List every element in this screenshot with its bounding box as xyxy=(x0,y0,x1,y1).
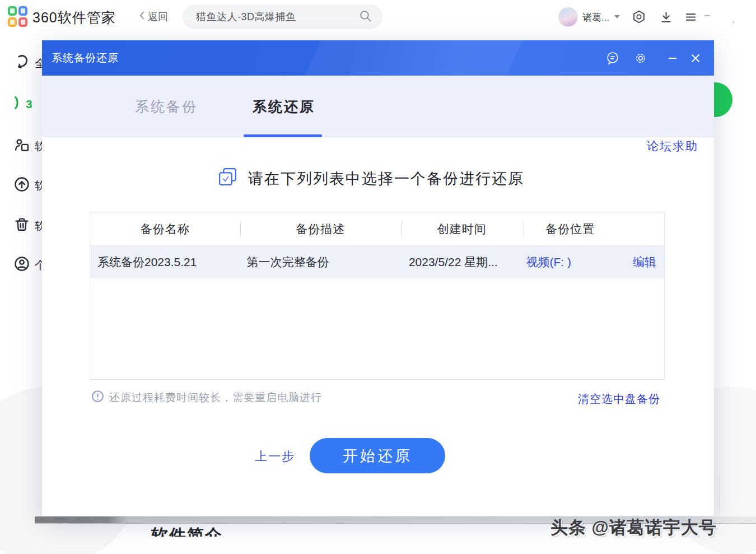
info-icon xyxy=(91,390,104,405)
back-chevron-icon xyxy=(139,11,145,23)
minimize-icon[interactable] xyxy=(665,50,680,66)
menu-icon[interactable] xyxy=(683,9,698,25)
sidebar-item-label: 3 xyxy=(26,97,37,111)
edit-link[interactable]: 编辑 xyxy=(618,254,664,270)
scroll-divider-line xyxy=(720,475,720,515)
backup-table: 备份名称 备份描述 创建时间 备份位置 系统备份2023.5.21 第一次完整备… xyxy=(90,212,665,380)
clear-selected-disk-link[interactable]: 清空选中盘备份 xyxy=(578,392,660,407)
download-icon[interactable] xyxy=(658,9,674,25)
dialog-tabstrip: 系统备份 系统还原 论坛求助 xyxy=(42,76,714,137)
watermark: 头条 @诸葛诺宇大号 xyxy=(550,516,717,539)
header-divider xyxy=(402,221,402,237)
hexagon-protect-icon[interactable] xyxy=(631,9,647,25)
swoosh-arrow-icon xyxy=(13,54,30,73)
cell-backup-name: 系统备份2023.5.21 xyxy=(90,254,240,270)
gear-icon[interactable] xyxy=(633,50,648,66)
user-name[interactable]: 诸葛... xyxy=(582,11,609,24)
search-value: 猎鱼达人-3D高爆捕鱼 xyxy=(196,10,358,24)
cell-created-time: 2023/5/22 星期... xyxy=(401,254,523,270)
search-icon[interactable] xyxy=(358,9,372,25)
faint-dot xyxy=(732,21,734,23)
notice-text: 还原过程耗费时间较长，需要重启电脑进行 xyxy=(109,390,322,405)
search-input[interactable]: 猎鱼达人-3D高爆捕鱼 xyxy=(183,4,382,29)
prompt-text: 请在下列列表中选择一个备份进行还原 xyxy=(248,169,524,189)
app-logo-icon xyxy=(8,6,29,27)
chevron-down-icon[interactable] xyxy=(614,15,620,18)
backup-restore-dialog: 系统备份还原 系统备份 系统还原 论坛求助 xyxy=(42,40,714,516)
header-divider xyxy=(524,221,524,237)
back-label: 返回 xyxy=(148,10,168,24)
dialog-title: 系统备份还原 xyxy=(52,40,119,76)
cell-backup-location: 视频(F: ) xyxy=(522,254,618,270)
start-restore-button[interactable]: 开始还原 xyxy=(310,438,445,473)
faint-dash xyxy=(704,15,710,16)
col-header-location: 备份位置 xyxy=(523,221,618,237)
previous-step-link[interactable]: 上一步 xyxy=(255,448,295,465)
header-divider xyxy=(240,221,241,237)
person-card-icon xyxy=(13,137,30,156)
back-button[interactable]: 返回 xyxy=(139,10,168,24)
screen: 360软件管家 返回 猎鱼达人-3D高爆捕鱼 诸葛... xyxy=(0,0,756,554)
app-title: 360软件管家 xyxy=(32,8,116,27)
section-title-clip: 软件简介 xyxy=(151,524,223,537)
sidebar-item-1[interactable]: 全 xyxy=(13,54,46,73)
section-title: 软件简介 xyxy=(151,526,223,537)
backup-check-icon xyxy=(217,167,238,190)
col-header-name: 备份名称 xyxy=(90,221,240,237)
feedback-icon[interactable] xyxy=(605,50,620,66)
trash-icon xyxy=(13,216,30,235)
sidebar-item-4[interactable]: 软 xyxy=(13,176,46,195)
tab-system-backup[interactable]: 系统备份 xyxy=(135,76,198,137)
sidebar-item-6[interactable]: 个 xyxy=(13,255,46,274)
col-header-description: 备份描述 xyxy=(240,221,400,237)
table-header-row: 备份名称 备份描述 创建时间 备份位置 xyxy=(90,212,664,246)
close-icon[interactable] xyxy=(688,50,703,66)
upload-circle-icon xyxy=(13,176,30,195)
sidebar-item-2[interactable]: 3 xyxy=(13,95,37,113)
restore-notice: 还原过程耗费时间较长，需要重启电脑进行 xyxy=(91,390,322,405)
tab-system-restore[interactable]: 系统还原 xyxy=(253,76,315,137)
avatar[interactable] xyxy=(558,7,578,27)
sidebar-item-5[interactable]: 软 xyxy=(13,216,46,235)
app-topbar: 360软件管家 返回 猎鱼达人-3D高爆捕鱼 诸葛... xyxy=(0,0,756,34)
user-circle-icon xyxy=(13,255,30,274)
col-header-created: 创建时间 xyxy=(401,221,523,237)
active-tab-underline xyxy=(244,134,322,137)
cell-backup-description: 第一次完整备份 xyxy=(240,254,400,270)
forum-help-link[interactable]: 论坛求助 xyxy=(647,138,698,154)
table-row[interactable]: 系统备份2023.5.21 第一次完整备份 2023/5/22 星期... 视频… xyxy=(90,246,664,278)
sidebar-item-3[interactable]: 软 xyxy=(13,137,46,156)
green-arc-icon xyxy=(13,95,21,113)
prompt-row: 请在下列列表中选择一个备份进行还原 xyxy=(217,167,524,190)
